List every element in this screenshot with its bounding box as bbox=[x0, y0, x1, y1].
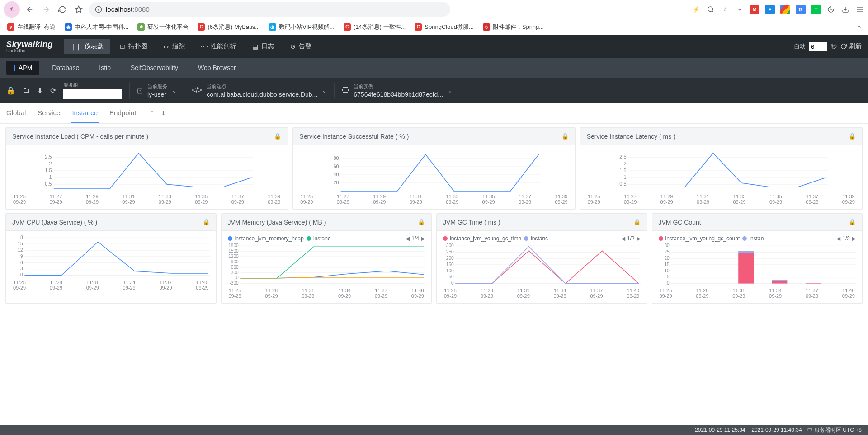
pager-prev-icon[interactable]: ◀ bbox=[406, 235, 410, 242]
panel-title: JVM Memory (Java Service) ( MB ) bbox=[228, 219, 326, 226]
refresh-interval-input[interactable] bbox=[809, 42, 827, 51]
pager-next-icon[interactable]: ▶ bbox=[421, 235, 425, 242]
lock-icon[interactable]: 🔒 bbox=[203, 219, 210, 225]
legend-item[interactable]: instan bbox=[742, 235, 764, 242]
chevron-down-icon[interactable] bbox=[735, 5, 744, 14]
bookmark-item[interactable]: ◉中科人才网-中国科... bbox=[61, 21, 132, 33]
legend-item[interactable]: instanc bbox=[524, 235, 548, 242]
nav-icon: ↦ bbox=[164, 43, 169, 50]
nav-icon: ❘❘ bbox=[71, 43, 81, 50]
lock-icon[interactable]: 🔒 bbox=[6, 86, 15, 95]
bookmark-item[interactable]: y在线翻译_有道 bbox=[4, 21, 59, 33]
filter-current-instance[interactable]: 🖵 当前实例 67564fe618b34bb9b1d87ecfd... ⌄ bbox=[342, 83, 460, 98]
pager-next-icon[interactable]: ▶ bbox=[852, 235, 856, 242]
svg-text:300: 300 bbox=[231, 270, 238, 275]
reload-icon[interactable] bbox=[56, 3, 69, 16]
bookmark-star-icon[interactable]: ☆ bbox=[721, 5, 730, 14]
back-icon[interactable] bbox=[24, 3, 36, 16]
svg-text:0.5: 0.5 bbox=[619, 181, 626, 187]
bookmark-favicon-icon: ❖ bbox=[137, 23, 145, 31]
chevron-down-icon[interactable]: ⌄ bbox=[172, 87, 177, 94]
chart-panel: JVM GC Count 🔒 instance_jvm_young_gc_cou… bbox=[652, 213, 863, 304]
lock-icon[interactable]: 🔒 bbox=[561, 133, 569, 140]
bookmark-favicon-icon: ◉ bbox=[65, 23, 72, 31]
svg-rect-98 bbox=[738, 251, 754, 253]
subnav-web browser[interactable]: Web Browser bbox=[191, 61, 243, 75]
lock-icon[interactable]: 🔒 bbox=[418, 219, 425, 225]
refresh-button[interactable]: 刷新 bbox=[840, 42, 862, 51]
filter-current-service[interactable]: ⊡ 当前服务 ly-user ⌄ bbox=[137, 83, 184, 98]
flash-icon[interactable]: ⚡ bbox=[692, 5, 701, 14]
legend-item[interactable]: instance_jvm_young_gc_count bbox=[659, 235, 740, 242]
folder-icon[interactable]: 🗀 bbox=[23, 86, 30, 94]
chevron-down-icon[interactable]: ⌄ bbox=[448, 87, 453, 94]
subnav-database[interactable]: Database bbox=[45, 61, 86, 75]
nav-拓扑图[interactable]: ⊡拓扑图 bbox=[113, 39, 154, 54]
lock-icon[interactable]: 🔒 bbox=[849, 133, 856, 140]
bookmark-item[interactable]: C(14条消息) 一致性... bbox=[340, 21, 410, 33]
legend-item[interactable]: instanc bbox=[307, 235, 330, 242]
service-group-input[interactable] bbox=[63, 89, 122, 99]
lock-icon[interactable]: 🔒 bbox=[274, 133, 281, 140]
subnav-selfobservability[interactable]: SelfObservability bbox=[123, 61, 185, 75]
ext-translate-icon[interactable]: G bbox=[796, 5, 806, 14]
tab-instance[interactable]: Instance bbox=[71, 103, 99, 123]
ext-gmail-icon[interactable]: M bbox=[750, 5, 760, 14]
chevron-down-icon[interactable]: ⌄ bbox=[322, 87, 327, 94]
lock-icon[interactable]: 🔒 bbox=[849, 219, 856, 225]
forward-icon bbox=[40, 3, 52, 16]
nav-日志[interactable]: ▤日志 bbox=[245, 39, 281, 54]
sync-icon[interactable]: ⟳ bbox=[50, 86, 56, 95]
download-filter-icon[interactable]: ⬇ bbox=[37, 86, 43, 95]
pager-prev-icon[interactable]: ◀ bbox=[621, 235, 625, 242]
bookmark-item[interactable]: ❖研发一体化平台 bbox=[134, 21, 192, 33]
nav-性能剖析[interactable]: 〰性能剖析 bbox=[194, 39, 243, 54]
address-bar[interactable]: localhost:8080 bbox=[89, 2, 450, 17]
bookmark-item[interactable]: C(6条消息) MyBatis... bbox=[194, 21, 264, 33]
svg-point-4 bbox=[708, 7, 713, 12]
legend-pager: ◀1/2▶ bbox=[621, 235, 641, 242]
svg-text:80: 80 bbox=[334, 155, 339, 161]
folder-icon[interactable]: 🗀 bbox=[150, 110, 156, 117]
tab-endpoint[interactable]: Endpoint bbox=[108, 103, 137, 123]
subnav-apm[interactable]: APM bbox=[6, 61, 39, 75]
nav-追踪[interactable]: ↦追踪 bbox=[157, 39, 192, 54]
more-bookmarks-icon[interactable]: » bbox=[854, 22, 864, 32]
chart-svg: 0369121518 bbox=[10, 234, 212, 279]
panel-area: Service Instance Load ( CPM - calls per … bbox=[0, 124, 868, 307]
menu-icon[interactable] bbox=[855, 5, 864, 14]
legend-item[interactable]: instance_jvm_memory_heap bbox=[228, 235, 304, 242]
bookmark-item[interactable]: ◑数码小站VIP视频解... bbox=[265, 21, 338, 33]
pager-next-icon[interactable]: ▶ bbox=[637, 235, 641, 242]
lock-icon[interactable]: 🔒 bbox=[633, 219, 641, 225]
zoom-icon[interactable] bbox=[706, 5, 715, 14]
download-icon[interactable] bbox=[841, 5, 850, 14]
subnav-istio[interactable]: Istio bbox=[92, 61, 118, 75]
svg-text:250: 250 bbox=[446, 249, 454, 254]
ext-apps-icon[interactable] bbox=[780, 5, 790, 14]
nav-仪表盘[interactable]: ❘❘仪表盘 bbox=[64, 39, 110, 54]
ext-form-icon[interactable]: F bbox=[765, 5, 775, 14]
bookmark-item[interactable]: CSpringCloud微服... bbox=[411, 21, 477, 33]
panel-header: Service Instance Latency ( ms ) 🔒 bbox=[580, 128, 862, 145]
chart-svg: 0.511.522.5 bbox=[585, 148, 858, 193]
legend-item[interactable]: instance_jvm_young_gc_time bbox=[443, 235, 521, 242]
tab-global[interactable]: Global bbox=[5, 103, 27, 123]
main-nav: Skywalking Rocketbot ❘❘仪表盘⊡拓扑图↦追踪〰性能剖析▤日… bbox=[0, 35, 868, 58]
bookmark-item[interactable]: ◇附件邮件，Spring... bbox=[479, 21, 547, 33]
svg-text:2.5: 2.5 bbox=[45, 154, 52, 159]
svg-text:3: 3 bbox=[20, 266, 23, 271]
legend-pager: ◀1/4▶ bbox=[406, 235, 425, 242]
filter-current-endpoint[interactable]: </> 当前端点 com.alibaba.cloud.dubbo.service… bbox=[192, 83, 335, 98]
ext-shield-icon[interactable]: T bbox=[811, 5, 821, 14]
nav-icon: ⊡ bbox=[120, 43, 125, 50]
star-outline-icon[interactable] bbox=[72, 3, 85, 16]
tab-service[interactable]: Service bbox=[37, 103, 61, 123]
pager-prev-icon[interactable]: ◀ bbox=[836, 235, 840, 242]
nav-告警[interactable]: ⊘告警 bbox=[283, 39, 318, 54]
moon-icon[interactable] bbox=[826, 5, 835, 14]
svg-text:2: 2 bbox=[49, 161, 52, 166]
profile-avatar[interactable]: 采 bbox=[4, 1, 20, 18]
download-icon[interactable]: ⬇ bbox=[161, 110, 166, 117]
svg-text:40: 40 bbox=[334, 172, 339, 177]
